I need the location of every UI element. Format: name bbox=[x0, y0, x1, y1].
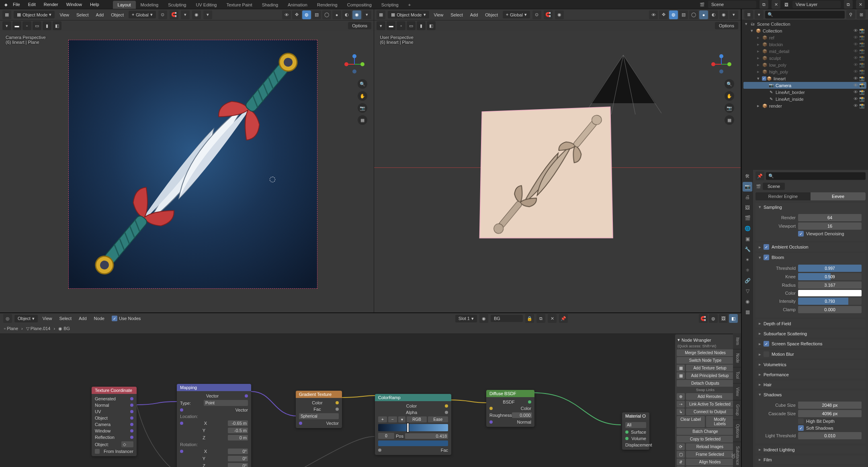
options-button[interactable]: Options bbox=[715, 22, 738, 29]
mode-dropdown[interactable]: ▦Object Mode▾ bbox=[14, 11, 55, 18]
tree-row-mid_detail[interactable]: ▸📦mid_detail👁📸 bbox=[743, 48, 866, 55]
panel-simplify[interactable]: ▸Simplify bbox=[755, 465, 866, 467]
eye-icon[interactable]: 👁 bbox=[854, 90, 858, 95]
panel-sss[interactable]: ▸Subsurface Scattering bbox=[755, 329, 866, 338]
ramp-add[interactable]: + bbox=[378, 416, 387, 422]
xray-icon[interactable]: ▧ bbox=[679, 10, 688, 19]
pivot-icon[interactable]: ⊙ bbox=[158, 10, 167, 19]
tab-layout[interactable]: Layout bbox=[113, 1, 136, 9]
xray-icon[interactable]: ▧ bbox=[312, 10, 321, 19]
bloom-color[interactable] bbox=[798, 290, 862, 296]
node-colorramp[interactable]: ColorRamp Color Alpha + − ▾ RGB Ease bbox=[375, 394, 451, 455]
zoom-icon[interactable]: 🔍 bbox=[725, 79, 734, 89]
tree-row-sculpt[interactable]: ▸📦sculpt👁📸 bbox=[743, 55, 866, 61]
shading-rendered-icon[interactable]: ◉ bbox=[719, 10, 728, 19]
props-pin-icon[interactable]: 📌 bbox=[755, 171, 764, 180]
tree-row-camera[interactable]: 📷Camera👁📸 bbox=[743, 82, 866, 89]
mode-dropdown[interactable]: ▦Object Mode▾ bbox=[388, 11, 429, 18]
tree-row-lineart_border[interactable]: ✎LineArt_border👁📸 bbox=[743, 89, 866, 96]
ne-tab-tool[interactable]: Tool bbox=[733, 367, 741, 383]
overlay-toggle-icon[interactable]: ◍ bbox=[302, 10, 311, 19]
scene-del-icon[interactable]: ✕ bbox=[772, 0, 780, 9]
panel-indirect[interactable]: ▸Indirect Lighting bbox=[755, 445, 866, 454]
scene-field[interactable]: Scene bbox=[708, 1, 756, 8]
pivot-icon[interactable]: ⊙ bbox=[532, 10, 541, 19]
pt-tool[interactable]: 🛠 bbox=[743, 171, 752, 181]
shadow-cascade[interactable]: 4096 px bbox=[798, 410, 862, 417]
viewlayer-del-icon[interactable]: ✕ bbox=[856, 0, 865, 9]
snap-opts-icon[interactable]: ▾ bbox=[181, 10, 190, 19]
tab-sculpting[interactable]: Sculpting bbox=[163, 1, 191, 9]
nw-align[interactable]: Align Nodes bbox=[686, 459, 734, 465]
pt-constraint[interactable]: 🔗 bbox=[743, 276, 752, 286]
nw-modify-labels[interactable]: Modify Labels bbox=[706, 416, 734, 427]
pt-physics[interactable]: ⚛ bbox=[743, 265, 752, 275]
ne-tab-options[interactable]: Options bbox=[733, 420, 741, 442]
denoise-check[interactable]: ✓ bbox=[798, 231, 804, 237]
eye-icon[interactable]: 👁 bbox=[854, 62, 858, 67]
tab-scripting[interactable]: Scripting bbox=[377, 1, 403, 9]
ne-tab-view[interactable]: View bbox=[733, 383, 741, 401]
tree-row-blockin[interactable]: ▸📦blockin👁📸 bbox=[743, 41, 866, 48]
gizmo-icon[interactable]: ✥ bbox=[659, 10, 668, 19]
shadow-soft[interactable]: ✓ bbox=[798, 425, 804, 431]
sel-face-icon[interactable]: ▮ bbox=[417, 21, 426, 30]
tree-row-low_poly[interactable]: ▸📦low_poly👁📸 bbox=[743, 61, 866, 68]
pt-material[interactable]: ◉ bbox=[743, 297, 752, 306]
outliner-mode-icon[interactable]: ▾ bbox=[755, 10, 764, 19]
pt-texture[interactable]: ▦ bbox=[743, 307, 752, 317]
nw-frame-icon[interactable]: ▢ bbox=[677, 451, 685, 458]
ne-canvas[interactable]: Texture Coordinate Generated Normal UV O… bbox=[0, 333, 741, 467]
sel-vert-icon[interactable]: ▫ bbox=[397, 21, 405, 30]
overlay-visibility-icon[interactable]: 👁 bbox=[282, 10, 291, 19]
menu-window[interactable]: Window bbox=[62, 0, 86, 8]
nw-merge[interactable]: Merge Selected Nodes bbox=[677, 349, 734, 356]
panel-ssr[interactable]: ▸✓Screen Space Reflections bbox=[755, 339, 866, 348]
nw-link[interactable]: Link Active To Selected bbox=[686, 401, 734, 408]
diffuse-roughness[interactable] bbox=[512, 412, 532, 418]
snap-icon[interactable]: 🧲 bbox=[544, 10, 553, 19]
menu-help[interactable]: Help bbox=[86, 0, 103, 8]
axis-gizmo[interactable] bbox=[710, 53, 733, 75]
viewport-right[interactable]: ▦ ▦Object Mode▾ View Select Add Object ⌖… bbox=[374, 9, 741, 312]
outliner-search[interactable]: 🔍 bbox=[765, 11, 845, 18]
shading-rendered-icon[interactable]: ◉ bbox=[352, 10, 361, 19]
bloom-clamp[interactable]: 0.000 bbox=[798, 306, 862, 313]
sel-extra-icon[interactable]: ◧ bbox=[53, 21, 61, 30]
render-icon[interactable]: 📸 bbox=[859, 96, 865, 102]
node-mapping[interactable]: Mapping Vector Type:Point Vector Locatio… bbox=[177, 384, 251, 467]
nw-clear-label[interactable]: Clear Label bbox=[677, 416, 705, 427]
eye-icon[interactable]: 👁 bbox=[854, 49, 858, 54]
shading-opts-icon[interactable]: ▾ bbox=[729, 10, 738, 19]
eye-icon[interactable]: 👁 bbox=[854, 55, 858, 61]
bloom-radius[interactable]: 3.167 bbox=[798, 281, 862, 289]
bloom-threshold[interactable]: 0.997 bbox=[798, 265, 862, 272]
orientation-dropdown[interactable]: ⌖Global▾ bbox=[503, 11, 530, 18]
shading-matprev-icon[interactable]: ◐ bbox=[342, 10, 351, 19]
pt-object[interactable]: ▣ bbox=[743, 234, 752, 244]
panel-volumetrics[interactable]: ▸Volumetrics bbox=[755, 360, 866, 369]
select-mode-icon[interactable]: ▾ bbox=[2, 21, 11, 30]
panel-mblur[interactable]: ▸✓Motion Blur bbox=[755, 350, 866, 359]
shading-wire-icon[interactable]: ◯ bbox=[322, 10, 331, 19]
snap-icon[interactable]: 🧲 bbox=[170, 10, 178, 19]
menu-edit[interactable]: Edit bbox=[24, 0, 40, 8]
mapping-rz[interactable] bbox=[228, 463, 248, 467]
ne-tab-item[interactable]: Item bbox=[733, 333, 741, 349]
pt-world[interactable]: 🌐 bbox=[743, 224, 752, 233]
tree-row-lineart[interactable]: ▾✓📦lineart👁📸 bbox=[743, 75, 866, 82]
nw-batch[interactable]: Batch Change bbox=[677, 428, 734, 435]
nw-conn-icon[interactable]: ↳ bbox=[677, 408, 685, 415]
nw-princ[interactable]: Add Principled Setup bbox=[686, 372, 734, 379]
nw-align-icon[interactable]: ⇵ bbox=[677, 459, 685, 465]
render-icon[interactable]: 📸 bbox=[859, 49, 865, 54]
pt-scene[interactable]: 🎬 bbox=[743, 213, 752, 223]
shading-solid-icon[interactable]: ● bbox=[332, 10, 341, 19]
shadow-cube[interactable]: 2048 px bbox=[798, 402, 862, 409]
tab-compositing[interactable]: Compositing bbox=[342, 1, 377, 9]
nw-tex[interactable]: Add Texture Setup bbox=[686, 365, 734, 371]
tree-row-collection[interactable]: ▾📦Collection👁📸 bbox=[743, 27, 866, 34]
bloom-knee[interactable]: 0.509 bbox=[798, 273, 862, 280]
vp-menu-view[interactable]: View bbox=[57, 12, 72, 18]
render-engine-tabs[interactable]: Render Engine Eevee bbox=[755, 192, 866, 200]
